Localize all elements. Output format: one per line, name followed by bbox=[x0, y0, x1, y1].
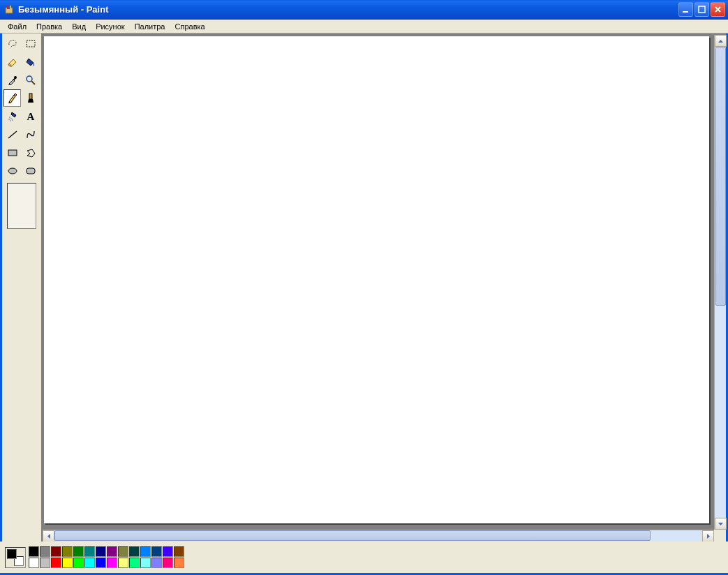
svg-point-15 bbox=[12, 119, 13, 120]
palette-row-1 bbox=[29, 546, 184, 557]
hscroll-track[interactable] bbox=[54, 530, 702, 542]
menu-palette[interactable]: Палитра bbox=[130, 21, 170, 32]
hscroll-thumb[interactable] bbox=[54, 530, 651, 541]
svg-rect-1 bbox=[7, 6, 8, 9]
svg-rect-6 bbox=[27, 40, 35, 47]
canvas-viewport bbox=[43, 35, 714, 530]
horizontal-scrollbar[interactable] bbox=[43, 530, 714, 542]
color-swatch[interactable] bbox=[107, 558, 117, 568]
color-swatch[interactable] bbox=[51, 558, 61, 568]
menu-help[interactable]: Справка bbox=[170, 21, 210, 32]
magnify-tool[interactable] bbox=[22, 71, 39, 89]
svg-point-19 bbox=[8, 168, 17, 174]
toolbox: A bbox=[2, 33, 41, 542]
menu-image[interactable]: Рисунок bbox=[91, 21, 130, 32]
svg-rect-20 bbox=[27, 168, 35, 174]
color-swatch[interactable] bbox=[118, 546, 128, 557]
vertical-scrollbar[interactable] bbox=[714, 35, 726, 530]
svg-rect-2 bbox=[8, 6, 10, 9]
svg-rect-10 bbox=[29, 94, 32, 99]
color-swatch[interactable] bbox=[129, 546, 140, 557]
svg-line-17 bbox=[8, 131, 17, 138]
canvas-zone bbox=[41, 33, 726, 542]
palette-row-2 bbox=[29, 558, 184, 568]
color-swatch[interactable] bbox=[73, 558, 84, 568]
foreground-color-icon[interactable] bbox=[7, 549, 17, 559]
color-swatch[interactable] bbox=[62, 558, 73, 568]
color-swatch[interactable] bbox=[151, 558, 162, 568]
color-swatch[interactable] bbox=[174, 558, 184, 568]
color-swatch[interactable] bbox=[107, 546, 117, 557]
svg-rect-4 bbox=[683, 11, 688, 13]
color-swatch[interactable] bbox=[40, 558, 50, 568]
curve-tool[interactable] bbox=[22, 126, 39, 143]
tool-options[interactable] bbox=[7, 183, 36, 229]
menu-bar: Файл Правка Вид Рисунок Палитра Справка bbox=[0, 20, 728, 33]
line-tool[interactable] bbox=[3, 126, 21, 143]
minimize-button[interactable] bbox=[678, 2, 693, 17]
svg-rect-18 bbox=[8, 150, 17, 156]
polygon-tool[interactable] bbox=[22, 144, 39, 161]
color-swatch[interactable] bbox=[140, 558, 151, 568]
color-swatch[interactable] bbox=[84, 558, 95, 568]
svg-point-11 bbox=[9, 117, 10, 117]
title-bar: Безымянный - Paint bbox=[0, 0, 728, 20]
color-indicator[interactable] bbox=[5, 547, 26, 568]
svg-point-9 bbox=[27, 76, 32, 82]
color-swatch[interactable] bbox=[174, 546, 184, 557]
color-swatch[interactable] bbox=[163, 558, 173, 568]
brush-tool[interactable] bbox=[22, 89, 39, 107]
svg-rect-5 bbox=[699, 6, 705, 13]
color-swatch[interactable] bbox=[73, 546, 84, 557]
color-swatch[interactable] bbox=[40, 546, 50, 557]
fill-tool[interactable] bbox=[22, 53, 39, 70]
menu-view[interactable]: Вид bbox=[67, 21, 91, 32]
eyedropper-tool[interactable] bbox=[3, 71, 21, 89]
window-buttons bbox=[678, 2, 725, 17]
color-swatch[interactable] bbox=[62, 546, 73, 557]
scroll-left-button[interactable] bbox=[43, 530, 54, 542]
svg-point-12 bbox=[8, 119, 9, 119]
app-icon bbox=[4, 4, 15, 15]
menu-file[interactable]: Файл bbox=[3, 21, 31, 32]
scrollbar-corner bbox=[714, 530, 726, 542]
color-box bbox=[2, 542, 726, 573]
color-swatch[interactable] bbox=[118, 558, 128, 568]
color-swatch[interactable] bbox=[151, 546, 162, 557]
scroll-right-button[interactable] bbox=[702, 530, 714, 542]
color-swatch[interactable] bbox=[29, 558, 39, 568]
svg-point-14 bbox=[10, 120, 10, 121]
free-select-tool[interactable] bbox=[3, 35, 21, 52]
rounded-rect-tool[interactable] bbox=[22, 162, 39, 179]
color-swatch[interactable] bbox=[140, 546, 151, 557]
close-button[interactable] bbox=[711, 2, 725, 17]
window-title: Безымянный - Paint bbox=[18, 4, 678, 15]
scroll-down-button[interactable] bbox=[715, 518, 727, 530]
color-palette bbox=[29, 546, 184, 568]
client-area: A bbox=[0, 33, 728, 542]
color-swatch[interactable] bbox=[29, 546, 39, 557]
menu-edit[interactable]: Правка bbox=[31, 21, 67, 32]
color-swatch[interactable] bbox=[163, 546, 173, 557]
color-swatch[interactable] bbox=[96, 558, 106, 568]
airbrush-tool[interactable] bbox=[3, 107, 21, 125]
color-swatch[interactable] bbox=[129, 558, 140, 568]
ellipse-tool[interactable] bbox=[3, 162, 21, 179]
color-swatch[interactable] bbox=[84, 546, 95, 557]
drawing-canvas[interactable] bbox=[44, 36, 709, 523]
maximize-button[interactable] bbox=[694, 2, 709, 17]
tool-grid: A bbox=[3, 35, 40, 180]
pencil-tool[interactable] bbox=[3, 89, 21, 107]
eraser-tool[interactable] bbox=[3, 53, 21, 70]
rectangle-tool[interactable] bbox=[3, 144, 21, 161]
color-swatch[interactable] bbox=[96, 546, 106, 557]
svg-text:A: A bbox=[27, 111, 34, 122]
scroll-up-button[interactable] bbox=[715, 35, 727, 47]
text-tool[interactable]: A bbox=[22, 107, 39, 125]
vscroll-thumb[interactable] bbox=[715, 47, 726, 306]
svg-rect-3 bbox=[10, 6, 11, 9]
color-swatch[interactable] bbox=[51, 546, 61, 557]
svg-point-13 bbox=[10, 118, 11, 119]
rect-select-tool[interactable] bbox=[22, 35, 39, 52]
vscroll-track[interactable] bbox=[715, 47, 726, 518]
